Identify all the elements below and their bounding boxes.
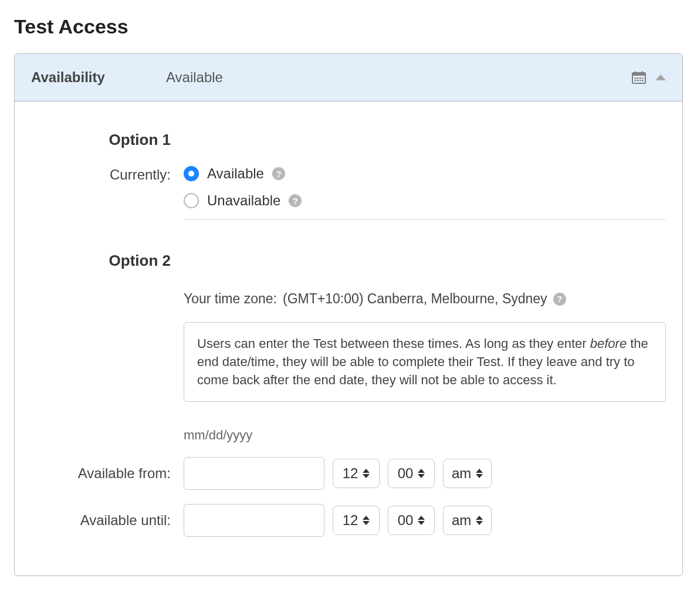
sort-icon [476,469,483,478]
available-from-label: Available from: [78,465,171,481]
help-icon[interactable]: ? [289,194,302,207]
svg-rect-7 [642,77,644,79]
timezone-prefix: Your time zone: [184,291,277,307]
availability-panel: Availability Available [14,53,683,576]
svg-rect-6 [640,77,641,79]
svg-rect-8 [635,80,637,81]
available-from-minute-value: 00 [398,465,414,482]
sort-icon [363,469,370,478]
available-from-ampm-select[interactable]: am [443,459,492,488]
available-from-ampm-value: am [452,465,471,482]
available-until-hour-value: 12 [343,512,358,529]
available-until-ampm-select[interactable]: am [443,506,492,535]
sort-icon [476,516,483,525]
option2-heading: Option 2 [109,252,171,269]
svg-rect-3 [642,72,643,75]
available-until-label: Available until: [80,512,171,528]
svg-rect-4 [635,77,637,79]
available-until-hour-select[interactable]: 12 [333,506,380,535]
option1-heading: Option 1 [109,131,171,148]
collapse-caret-up-icon[interactable] [655,75,666,80]
help-icon[interactable]: ? [272,167,285,180]
available-from-hour-select[interactable]: 12 [333,459,380,488]
available-from-date-input[interactable] [184,457,324,490]
radio-available-label: Available [207,165,264,182]
svg-rect-5 [637,77,639,79]
available-until-minute-select[interactable]: 00 [388,506,435,535]
svg-rect-9 [637,80,639,81]
info-text-emph: before [590,336,627,351]
info-box: Users can enter the Test between these t… [184,322,666,402]
help-icon[interactable]: ? [553,293,566,306]
sort-icon [418,516,425,525]
sort-icon [418,469,425,478]
radio-unavailable-label: Unavailable [207,192,280,209]
svg-rect-11 [642,80,644,81]
page-title: Test Access [14,15,683,38]
date-format-hint: mm/dd/yyyy [184,428,666,443]
radio-available[interactable] [184,166,199,181]
available-until-minute-value: 00 [398,512,414,529]
currently-label: Currently: [110,167,171,182]
info-text-prefix: Users can enter the Test between these t… [197,336,590,351]
svg-rect-1 [632,73,645,76]
available-until-ampm-value: am [452,512,471,529]
available-from-hour-value: 12 [343,465,358,482]
panel-body: Option 1 Currently: Available ? [15,101,682,576]
available-until-date-input[interactable] [184,504,324,537]
panel-header[interactable]: Availability Available [15,54,682,101]
svg-rect-2 [635,72,636,75]
available-from-minute-select[interactable]: 00 [388,459,435,488]
panel-header-label: Availability [31,69,166,86]
radio-unavailable[interactable] [184,193,199,208]
sort-icon [363,516,370,525]
calendar-icon[interactable] [632,71,646,84]
timezone-value: (GMT+10:00) Canberra, Melbourne, Sydney [283,291,547,307]
svg-rect-10 [640,80,641,81]
divider [184,219,666,220]
panel-header-value: Available [166,69,632,86]
